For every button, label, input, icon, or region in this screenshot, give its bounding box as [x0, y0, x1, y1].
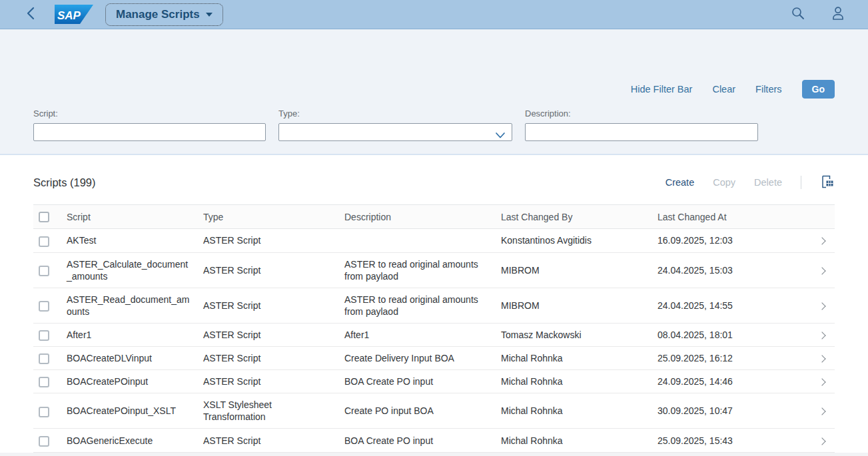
search-icon [791, 6, 805, 23]
search-button[interactable] [787, 3, 809, 26]
cell-script: AKTest [61, 229, 198, 252]
cell-script: After1 [61, 323, 198, 346]
table-row[interactable]: AKTest ASTER Script Konstantinos Avgitid… [33, 229, 835, 252]
cell-type: XSLT Stylesheet Transformation [198, 393, 339, 429]
hide-filter-bar-button[interactable]: Hide Filter Bar [631, 84, 693, 95]
cell-type: ASTER Script [198, 252, 339, 288]
cell-type: ASTER Script [198, 370, 339, 393]
type-filter-label: Type: [278, 109, 512, 118]
page-title: Manage Scripts [116, 8, 200, 21]
cell-script: ASTER_Calculate_document_amounts [61, 252, 198, 288]
row-navigate-icon[interactable] [818, 355, 825, 362]
filters-button[interactable]: Filters [755, 84, 781, 95]
cell-type: ASTER Script [198, 288, 339, 323]
row-navigate-icon[interactable] [818, 408, 825, 415]
table-row[interactable]: BOAGenericExecute ASTER Script BOA Creat… [33, 429, 835, 452]
table-row[interactable]: BOACreatePOinput ASTER Script BOA Create… [33, 370, 835, 393]
select-all-checkbox[interactable] [39, 212, 49, 222]
cell-changed-by: MIBROM [496, 252, 652, 288]
scripts-table: Script Type Description Last Changed By … [33, 204, 835, 453]
back-chevron-icon [25, 6, 36, 23]
cell-type: ASTER Script [198, 346, 339, 369]
script-filter-label: Script: [33, 109, 266, 118]
cell-description: Create Delivery Input BOA [339, 346, 496, 369]
cell-changed-by: Michal Rohnka [496, 346, 652, 369]
cell-description [339, 229, 496, 252]
script-filter-input[interactable] [33, 123, 266, 141]
row-checkbox[interactable] [39, 301, 49, 312]
table-row[interactable]: After1 ASTER Script After1 Tomasz Mackow… [33, 323, 835, 346]
cell-changed-by: Konstantinos Avgitidis [496, 229, 652, 252]
shell-header: SAP Manage Scripts [0, 0, 868, 29]
table-header-row: Script Type Description Last Changed By … [33, 205, 835, 229]
cell-changed-by: Michal Rohnka [496, 429, 652, 452]
row-navigate-icon[interactable] [818, 302, 825, 310]
cell-type: ASTER Script [198, 429, 339, 452]
cell-changed-at: 08.04.2025, 18:01 [652, 323, 809, 346]
cell-description: BOA Create PO input [339, 370, 496, 393]
row-checkbox[interactable] [39, 377, 49, 387]
row-checkbox[interactable] [39, 236, 49, 247]
cell-changed-at: 25.09.2025, 16:12 [652, 346, 809, 369]
app-title-menu-button[interactable]: Manage Scripts [105, 3, 223, 26]
cell-description: After1 [339, 323, 496, 346]
type-filter-select[interactable] [278, 123, 512, 141]
cell-changed-by: Michal Rohnka [496, 393, 652, 429]
content-background-strip [0, 453, 868, 456]
cell-type: ASTER Script [198, 229, 339, 252]
cell-changed-by: Michal Rohnka [496, 370, 652, 393]
cell-changed-at: 24.09.2025, 14:46 [652, 370, 809, 393]
cell-changed-by: Tomasz Mackowski [496, 323, 652, 346]
cell-description: BOA Create PO input [339, 429, 496, 452]
row-checkbox[interactable] [39, 407, 49, 417]
clear-button[interactable]: Clear [712, 84, 735, 95]
row-navigate-icon[interactable] [818, 332, 825, 339]
table-title: Scripts (199) [33, 176, 96, 189]
copy-button[interactable]: Copy [713, 177, 735, 188]
column-header-changed-by[interactable]: Last Changed By [496, 205, 652, 229]
cell-description: ASTER to read original amounts from payl… [339, 252, 496, 288]
cell-script: BOACreatePOinput_XSLT [61, 393, 198, 429]
table-row[interactable]: ASTER_Read_document_amounts ASTER Script… [33, 288, 835, 323]
description-filter-label: Description: [525, 109, 758, 118]
row-checkbox[interactable] [39, 353, 49, 364]
table-row[interactable]: BOACreateDLVinput ASTER Script Create De… [33, 346, 835, 369]
toolbar-separator [801, 176, 801, 189]
column-header-script[interactable]: Script [61, 205, 198, 229]
row-navigate-icon[interactable] [818, 267, 825, 274]
person-icon [830, 5, 846, 23]
create-button[interactable]: Create [665, 177, 695, 188]
back-button[interactable] [16, 0, 45, 29]
row-navigate-icon[interactable] [818, 379, 825, 386]
cell-description: ASTER to read original amounts from payl… [339, 288, 496, 323]
column-header-type[interactable]: Type [198, 205, 339, 229]
row-checkbox[interactable] [39, 330, 49, 341]
description-filter-input[interactable] [525, 123, 758, 141]
filter-bar: Hide Filter Bar Clear Filters Go Script:… [0, 29, 868, 155]
cell-changed-at: 24.04.2025, 14:55 [652, 288, 809, 323]
cell-changed-at: 25.09.2025, 15:43 [652, 429, 809, 452]
cell-changed-at: 16.09.2025, 12:03 [652, 229, 809, 252]
row-navigate-icon[interactable] [818, 238, 825, 245]
cell-description: Create PO input BOA [339, 393, 496, 429]
svg-text:SAP: SAP [57, 9, 81, 22]
cell-changed-by: MIBROM [496, 288, 652, 323]
export-spreadsheet-icon [820, 174, 835, 191]
row-checkbox[interactable] [39, 436, 49, 447]
row-checkbox[interactable] [39, 266, 49, 276]
column-header-changed-at[interactable]: Last Changed At [652, 205, 809, 229]
table-row[interactable]: ASTER_Calculate_document_amounts ASTER S… [33, 252, 835, 288]
sap-logo: SAP [55, 5, 93, 24]
cell-type: ASTER Script [198, 323, 339, 346]
cell-script: BOAGenericExecute [61, 429, 198, 452]
delete-button[interactable]: Delete [754, 177, 782, 188]
go-button[interactable]: Go [802, 80, 835, 99]
row-navigate-icon[interactable] [818, 437, 825, 445]
profile-button[interactable] [827, 3, 849, 26]
export-to-spreadsheet-button[interactable] [820, 174, 835, 191]
cell-changed-at: 30.09.2025, 10:47 [652, 393, 809, 429]
cell-script: BOACreatePOinput [61, 370, 198, 393]
table-row[interactable]: BOACreatePOinput_XSLT XSLT Stylesheet Tr… [33, 393, 835, 429]
scripts-panel: Scripts (199) Create Copy Delete [0, 155, 868, 453]
column-header-description[interactable]: Description [339, 205, 496, 229]
